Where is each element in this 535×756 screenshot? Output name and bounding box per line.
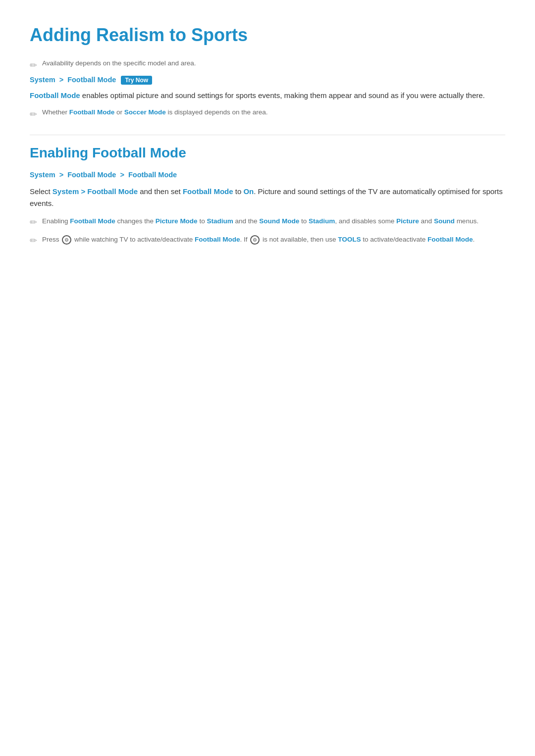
football-mode-intro-highlight: Football Mode	[30, 91, 80, 100]
n2-part3: . If	[240, 236, 249, 243]
pencil-icon-3: ✏	[30, 217, 37, 228]
n2-tools: TOOLS	[338, 236, 361, 243]
section2-main-paragraph: Select System > Football Mode and then s…	[30, 186, 505, 209]
n1-stadium: Stadium	[207, 217, 233, 225]
breadcrumb-section2: System > Football Mode > Football Mode	[30, 171, 505, 179]
n1-picture-mode: Picture Mode	[156, 217, 198, 225]
settings-icon-2: ⚙	[250, 235, 260, 245]
section-divider	[30, 135, 505, 135]
bullet-item-2: ✏ Press ⚙ while watching TV to activate/…	[30, 235, 505, 246]
availability-note-text: Availability depends on the specific mod…	[42, 59, 196, 67]
s2-on: On	[243, 187, 254, 196]
n1-part1: Enabling	[42, 217, 70, 225]
page-title: Adding Realism to Sports	[30, 20, 505, 46]
s2-part2: and then set	[138, 187, 183, 196]
s2-part3: to	[233, 187, 244, 196]
n1-sound-mode: Sound Mode	[259, 217, 299, 225]
area-note-part2: or	[114, 108, 124, 116]
n1-part7: and	[419, 217, 434, 225]
n1-part3: to	[198, 217, 207, 225]
note1-content: Enabling Football Mode changes the Pictu…	[42, 216, 479, 227]
n2-part2: while watching TV to activate/deactivate	[74, 236, 195, 243]
n1-part4: and the	[233, 217, 260, 225]
section2-sep1: >	[59, 171, 63, 179]
section2-football-mode-link[interactable]: Football Mode	[67, 171, 116, 179]
n2-part1: Press	[42, 236, 61, 243]
intro-paragraph: Football Mode enables optimal picture an…	[30, 90, 505, 101]
settings-icon-1: ⚙	[62, 235, 71, 245]
n2-part4: is not available, then use	[263, 236, 338, 243]
n1-football-mode: Football Mode	[70, 217, 115, 225]
bullet-item-1: ✏ Enabling Football Mode changes the Pic…	[30, 216, 505, 228]
s2-system: System	[53, 187, 79, 196]
section2-title: Enabling Football Mode	[30, 145, 505, 161]
area-soccer-mode: Soccer Mode	[124, 108, 166, 116]
bullet-list: ✏ Enabling Football Mode changes the Pic…	[30, 216, 505, 246]
intro-paragraph-text: enables optimal picture and sound settin…	[80, 91, 485, 100]
section2-system-link[interactable]: System	[30, 171, 55, 179]
n2-part5: to activate/deactivate	[361, 236, 428, 243]
section2-football-mode2-link[interactable]: Football Mode	[128, 171, 177, 179]
s2-part1: Select	[30, 187, 53, 196]
area-football-mode: Football Mode	[69, 108, 115, 116]
breadcrumb-section1: System > Football Mode Try Now	[30, 76, 505, 85]
area-note-row: ✏ Whether Football Mode or Soccer Mode i…	[30, 108, 505, 120]
availability-note-row: ✏ Availability depends on the specific m…	[30, 59, 505, 71]
try-now-badge[interactable]: Try Now	[121, 76, 152, 85]
n2-football-mode2: Football Mode	[428, 236, 473, 243]
s2-football-mode: Football Mode	[87, 187, 138, 196]
s2-sep: >	[81, 187, 85, 196]
breadcrumb-sep1: >	[59, 76, 63, 84]
area-note-text: Whether Football Mode or Soccer Mode is …	[42, 108, 268, 116]
n2-part6: .	[473, 236, 475, 243]
n1-part8: menus.	[455, 217, 479, 225]
section2-sep2: >	[120, 171, 124, 179]
breadcrumb-football-mode-link[interactable]: Football Mode	[67, 76, 116, 84]
breadcrumb-system-link[interactable]: System	[30, 76, 55, 84]
pencil-icon: ✏	[30, 60, 37, 71]
n1-part2: changes the	[115, 217, 156, 225]
n1-sound: Sound	[434, 217, 455, 225]
note2-content: Press ⚙ while watching TV to activate/de…	[42, 235, 475, 245]
n1-part5: to	[299, 217, 309, 225]
pencil-icon-4: ✏	[30, 235, 37, 246]
n2-football-mode: Football Mode	[195, 236, 240, 243]
s2-football-mode2: Football Mode	[183, 187, 233, 196]
n1-stadium2: Stadium	[309, 217, 335, 225]
n1-part6: , and disables some	[335, 217, 396, 225]
pencil-icon-2: ✏	[30, 109, 37, 120]
area-note-part3: is displayed depends on the area.	[166, 108, 268, 116]
area-note-part1: Whether	[42, 108, 69, 116]
n1-picture: Picture	[396, 217, 419, 225]
